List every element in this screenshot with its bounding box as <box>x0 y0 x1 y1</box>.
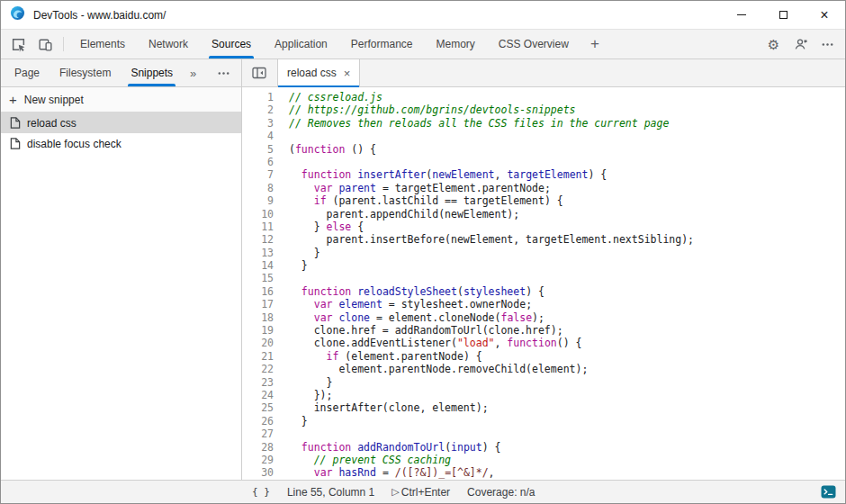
code-line-21: 21 if (element.parentNode) { <box>242 350 845 363</box>
minimize-icon <box>737 14 746 15</box>
minimize-button[interactable] <box>721 1 762 29</box>
code-line-30: 30 var hasRnd = /([?&])_=[^&]*/, <box>242 466 845 479</box>
line-number[interactable]: 6 <box>242 156 278 168</box>
feedback-button[interactable] <box>788 37 814 51</box>
more-tools-button[interactable]: + <box>580 30 609 58</box>
line-number[interactable]: 12 <box>242 233 278 246</box>
line-number[interactable]: 19 <box>242 324 278 337</box>
code-line-6: 6 <box>242 156 845 168</box>
navigator-tab-snippets[interactable]: Snippets <box>121 59 183 86</box>
inspect-element-button[interactable] <box>4 30 32 58</box>
panel-tab-sources[interactable]: Sources <box>200 30 263 58</box>
line-number[interactable]: 14 <box>242 259 278 272</box>
panel-tab-memory[interactable]: Memory <box>425 30 487 58</box>
device-toolbar-button[interactable] <box>32 30 58 58</box>
new-snippet-button[interactable]: + New snippet <box>1 87 241 112</box>
line-number[interactable]: 8 <box>242 182 278 194</box>
more-dots-icon <box>217 67 230 80</box>
snippet-file-icon <box>10 117 21 129</box>
line-number[interactable]: 3 <box>242 117 278 130</box>
line-number[interactable]: 1 <box>242 91 278 104</box>
toggle-navigator-icon <box>252 67 266 79</box>
settings-button[interactable]: ⚙ <box>760 38 787 51</box>
code-line-20: 20 clone.addEventListener("load", functi… <box>242 337 845 349</box>
devtools-panel-tabs: ElementsNetworkSourcesApplicationPerform… <box>68 30 580 58</box>
code-line-19: 19 clone.href = addRandomToUrl(clone.hre… <box>242 324 845 337</box>
code-text: function addRandomToUrl(input) { <box>278 441 845 454</box>
code-line-25: 25 insertAfter(clone, element); <box>242 401 845 414</box>
line-number[interactable]: 22 <box>242 363 278 375</box>
line-number[interactable]: 26 <box>242 415 278 428</box>
maximize-button[interactable] <box>762 1 804 29</box>
line-number[interactable]: 13 <box>242 247 278 259</box>
code-text <box>278 130 845 142</box>
line-number[interactable]: 21 <box>242 350 278 363</box>
titlebar: DevTools - www.baidu.com/ × <box>1 1 845 30</box>
run-shortcut-label: Ctrl+Enter <box>401 486 450 499</box>
panel-tab-elements[interactable]: Elements <box>68 30 137 58</box>
code-line-18: 18 var clone = element.cloneNode(false); <box>242 311 845 324</box>
line-number[interactable]: 11 <box>242 220 278 233</box>
code-text: if (parent.lastChild == targetElement) { <box>278 194 845 207</box>
line-number[interactable]: 9 <box>242 194 278 207</box>
line-number[interactable]: 4 <box>242 130 278 142</box>
line-number[interactable]: 15 <box>242 272 278 284</box>
line-number[interactable]: 28 <box>242 441 278 454</box>
line-number[interactable]: 27 <box>242 428 278 440</box>
line-number[interactable]: 2 <box>242 104 278 116</box>
code-text: clone.addEventListener("load", function(… <box>278 337 845 349</box>
drawer-toggle-button[interactable] <box>821 485 836 499</box>
code-text: if (element.parentNode) { <box>278 350 845 363</box>
snippet-name: disable focus check <box>27 138 122 150</box>
file-tab-reload-css[interactable]: reload css × <box>277 59 360 86</box>
more-options-button[interactable] <box>814 38 841 51</box>
toggle-navigator-button[interactable] <box>246 59 273 86</box>
run-icon: ▷ <box>392 486 399 498</box>
maximize-icon <box>779 11 788 19</box>
devtools-window: DevTools - www.baidu.com/ × <box>0 0 846 504</box>
navigator-tab-strip: PageFilesystemSnippets <box>4 59 183 86</box>
snippet-icon-wrap <box>10 138 21 149</box>
code-line-26: 26 } <box>242 415 845 428</box>
code-line-7: 7 function insertAfter(newElement, targe… <box>242 168 845 181</box>
panel-tab-performance[interactable]: Performance <box>339 30 425 58</box>
code-line-29: 29 // prevent CSS caching <box>242 454 845 466</box>
code-text: insertAfter(clone, element); <box>278 401 845 414</box>
code-text: var element = stylesheet.ownerNode; <box>278 298 845 310</box>
line-number[interactable]: 20 <box>242 337 278 349</box>
snippet-item-disable-focus-check[interactable]: disable focus check <box>1 133 241 154</box>
navigator-tab-bar: PageFilesystemSnippets » <box>1 59 241 87</box>
code-text: element.parentNode.removeChild(element); <box>278 363 845 375</box>
close-button[interactable]: × <box>804 1 845 29</box>
line-number[interactable]: 18 <box>242 311 278 324</box>
navigator-more-button[interactable] <box>212 59 241 86</box>
panel-tab-application[interactable]: Application <box>263 30 339 58</box>
line-number[interactable]: 30 <box>242 466 278 479</box>
more-dots-icon <box>821 38 834 51</box>
code-line-12: 12 parent.insertBefore(newElement, targe… <box>242 233 845 246</box>
line-number[interactable]: 25 <box>242 401 278 414</box>
line-number[interactable]: 5 <box>242 143 278 156</box>
line-number[interactable]: 24 <box>242 389 278 401</box>
snippet-item-reload-css[interactable]: reload css <box>1 112 241 133</box>
code-line-13: 13 } <box>242 247 845 259</box>
line-number[interactable]: 29 <box>242 454 278 466</box>
line-number[interactable]: 10 <box>242 208 278 220</box>
line-number[interactable]: 23 <box>242 376 278 389</box>
editor-tab-bar: reload css × <box>242 59 845 87</box>
navigator-tab-filesystem[interactable]: Filesystem <box>50 59 121 86</box>
code-text: (function () { <box>278 143 845 156</box>
code-line-10: 10 parent.appendChild(newElement); <box>242 208 845 220</box>
tab-overflow-button[interactable]: » <box>183 59 203 86</box>
navigator-tab-page[interactable]: Page <box>4 59 50 86</box>
panel-tab-network[interactable]: Network <box>137 30 200 58</box>
coverage-status: Coverage: n/a <box>467 486 535 499</box>
line-number[interactable]: 7 <box>242 168 278 181</box>
pretty-print-button[interactable]: { } <box>252 486 270 498</box>
code-text: function reloadStyleSheet(stylesheet) { <box>278 285 845 298</box>
panel-tab-css-overview[interactable]: CSS Overview <box>487 30 580 58</box>
close-tab-icon[interactable]: × <box>344 68 351 79</box>
code-editor[interactable]: 1// cssreload.js2// https://github.com/b… <box>242 87 845 480</box>
line-number[interactable]: 16 <box>242 285 278 298</box>
line-number[interactable]: 17 <box>242 298 278 310</box>
